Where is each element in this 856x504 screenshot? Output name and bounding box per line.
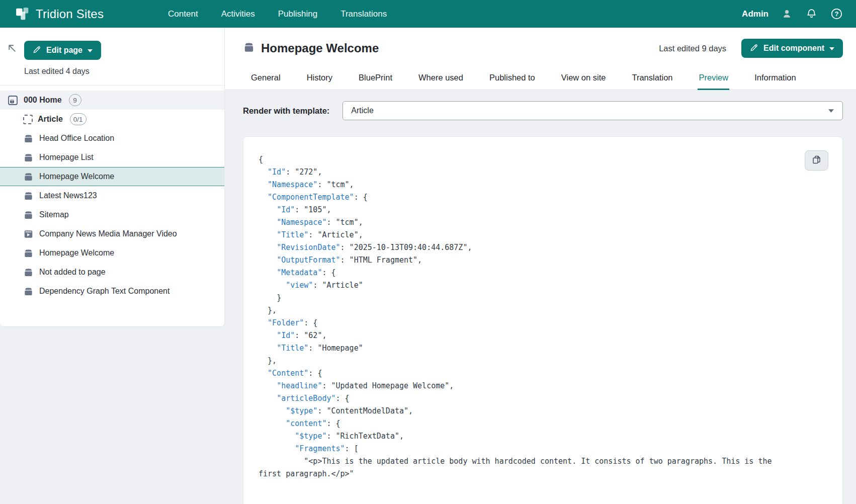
chevron-down-icon	[87, 46, 93, 55]
tab-information[interactable]: Information	[753, 66, 797, 90]
component-icon	[243, 41, 255, 55]
copy-button[interactable]	[805, 150, 828, 171]
pencil-icon	[749, 43, 759, 54]
component-last-edited: Last edited 9 days	[659, 44, 726, 53]
template-select-value: Article	[351, 106, 373, 115]
component-icon	[23, 191, 34, 201]
tree-item-latest-news123[interactable]: Latest News123	[0, 186, 224, 205]
shell: Edit page Last edited 4 days 000 Home9Ar…	[0, 28, 856, 504]
sidebar: Edit page Last edited 4 days 000 Home9Ar…	[0, 28, 225, 504]
tree-item-label: Head Office Location	[39, 134, 114, 143]
tree-item-dependency-graph-text-component[interactable]: Dependency Graph Text Component	[0, 282, 224, 301]
title-right: Last edited 9 days Edit component	[659, 39, 843, 58]
tab-history[interactable]: History	[306, 66, 333, 90]
video-icon	[23, 229, 34, 239]
edit-component-button[interactable]: Edit component	[741, 39, 843, 58]
component-icon	[23, 172, 34, 182]
component-icon	[23, 267, 34, 278]
tree-item-label: Article	[38, 115, 63, 124]
nav-item-content[interactable]: Content	[168, 9, 198, 19]
nav-item-publishing[interactable]: Publishing	[278, 9, 317, 19]
nav-item-activities[interactable]: Activities	[221, 9, 255, 19]
topbar-right: Admin ?	[742, 8, 856, 20]
user-avatar-icon[interactable]	[781, 8, 793, 20]
edit-component-label: Edit component	[763, 44, 824, 53]
notifications-bell-icon[interactable]	[805, 8, 818, 20]
tree-item-article[interactable]: Article0/1	[0, 110, 224, 129]
render-template-label: Render with template:	[243, 106, 329, 116]
tree-item-label: Dependency Graph Text Component	[39, 287, 169, 296]
tree-item-label: Not added to page	[39, 268, 106, 277]
tab-general[interactable]: General	[250, 66, 282, 90]
collapse-arrow-icon	[7, 43, 17, 55]
chevron-down-icon	[828, 106, 834, 115]
brand[interactable]: Tridion Sites	[0, 7, 104, 22]
tree-item-label: Homepage Welcome	[39, 172, 114, 181]
tree-item-not-added-to-page[interactable]: Not added to page	[0, 263, 224, 282]
help-icon[interactable]: ?	[830, 8, 843, 20]
title-row: Homepage Welcome Last edited 9 days Edit…	[225, 28, 856, 59]
svg-text:?: ?	[835, 10, 839, 18]
tree-item-homepage-welcome[interactable]: Homepage Welcome	[0, 167, 224, 186]
tree-item-sitemap[interactable]: Sitemap	[0, 205, 224, 224]
tab-preview[interactable]: Preview	[698, 66, 729, 90]
tree-item-label: Homepage List	[39, 153, 94, 162]
tree-item-company-news-media-manager-video[interactable]: Company News Media Manager Video	[0, 224, 224, 243]
tree-item-label: Latest News123	[39, 191, 97, 200]
render-template-row: Render with template: Article	[225, 90, 856, 120]
sidebar-top: Edit page Last edited 4 days	[0, 28, 224, 86]
page-last-edited: Last edited 4 days	[24, 67, 214, 76]
component-icon	[23, 286, 34, 297]
page-title: Homepage Welcome	[261, 41, 379, 55]
tab-published-to[interactable]: Published to	[488, 66, 536, 90]
tree-item-homepage-welcome[interactable]: Homepage Welcome	[0, 243, 224, 263]
tab-where-used[interactable]: Where used	[417, 66, 464, 90]
tree-item-head-office-location[interactable]: Head Office Location	[0, 129, 224, 148]
tab-bar: GeneralHistoryBluePrintWhere usedPublish…	[225, 66, 856, 90]
tridion-logo-icon	[15, 7, 30, 22]
main: Homepage Welcome Last edited 9 days Edit…	[225, 28, 856, 504]
sidebar-panel: Edit page Last edited 4 days 000 Home9Ar…	[0, 28, 225, 327]
component-icon	[23, 152, 34, 163]
preview-content: Render with template: Article	[225, 90, 856, 504]
edit-page-button[interactable]: Edit page	[24, 41, 101, 60]
collapse-panel-button[interactable]	[7, 43, 17, 55]
nav-item-translations[interactable]: Translations	[340, 9, 387, 19]
top-nav: ContentActivitiesPublishingTranslations	[168, 9, 387, 19]
main-header: Homepage Welcome Last edited 9 days Edit…	[225, 28, 856, 90]
preview-code-card: { "Id": "272", "Namespace": "tcm", "Comp…	[243, 136, 843, 504]
json-preview-code: { "Id": "272", "Namespace": "tcm", "Comp…	[243, 137, 842, 495]
tab-blueprint[interactable]: BluePrint	[358, 66, 393, 90]
brand-name: Tridion Sites	[36, 7, 104, 21]
page-globe-icon	[7, 95, 19, 106]
count-badge: 9	[69, 94, 81, 106]
tree-item-label: Homepage Welcome	[39, 248, 114, 258]
copy-icon	[811, 154, 822, 166]
tree-root-label: 000 Home	[24, 96, 62, 105]
tree-item-label: Sitemap	[39, 210, 69, 219]
count-badge: 0/1	[70, 113, 87, 125]
page-structure-tree: 000 Home9Article0/1Head Office LocationH…	[0, 86, 224, 306]
tab-view-on-site[interactable]: View on site	[560, 66, 607, 90]
dashed-region-icon	[23, 115, 33, 124]
component-icon	[23, 248, 34, 259]
edit-page-label: Edit page	[46, 46, 82, 55]
component-icon	[23, 210, 34, 220]
template-select[interactable]: Article	[343, 101, 843, 120]
pencil-icon	[32, 45, 42, 56]
app-root: Tridion Sites ContentActivitiesPublishin…	[0, 0, 856, 504]
component-icon	[23, 133, 34, 144]
tab-translation[interactable]: Translation	[631, 66, 673, 90]
tree-item-label: Company News Media Manager Video	[39, 229, 177, 238]
tree-root-000-home[interactable]: 000 Home9	[0, 91, 224, 110]
tree-item-homepage-list[interactable]: Homepage List	[0, 148, 224, 167]
topbar: Tridion Sites ContentActivitiesPublishin…	[0, 0, 856, 28]
user-name[interactable]: Admin	[742, 9, 768, 19]
chevron-down-icon	[829, 44, 835, 53]
